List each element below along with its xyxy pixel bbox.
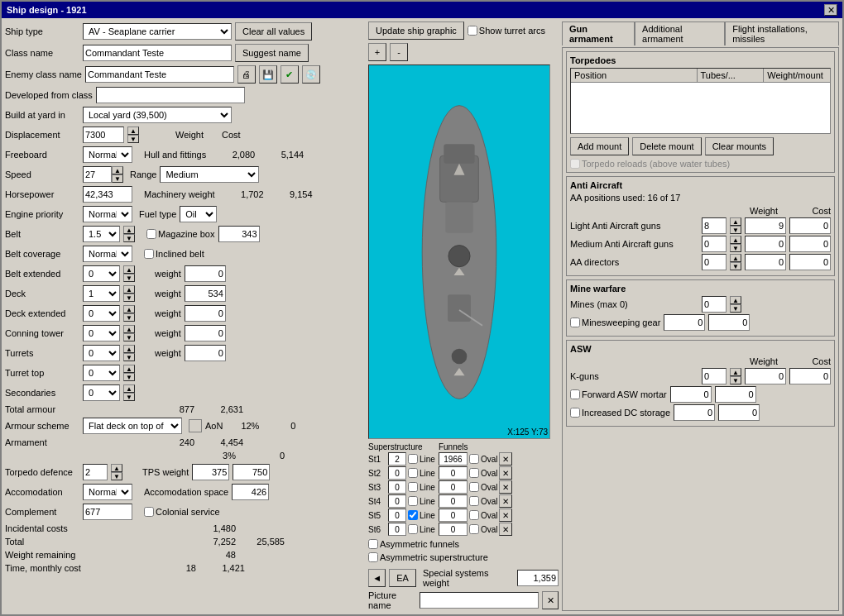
belt-coverage-select[interactable]: Normal: [83, 246, 132, 262]
funnel-oval-1[interactable]: [469, 468, 479, 478]
complement-label: Complement: [5, 507, 79, 517]
fuel-type-select[interactable]: Oil: [180, 206, 217, 222]
colonial-checkbox[interactable]: [144, 507, 154, 517]
funnel-oval-3[interactable]: [469, 496, 479, 506]
deck-select[interactable]: 1: [83, 285, 120, 302]
aa-directors-input[interactable]: [702, 254, 727, 270]
magazine-checkbox[interactable]: [146, 229, 156, 239]
turrets-select[interactable]: 0: [83, 345, 120, 361]
dc-storage-checkbox[interactable]: [570, 408, 580, 418]
inclined-belt-checkbox[interactable]: [144, 249, 154, 259]
light-aa-input[interactable]: [702, 217, 727, 234]
total-label: Total: [5, 537, 79, 547]
displacement-down[interactable]: ▼: [127, 135, 139, 143]
funnel-val-1[interactable]: [439, 466, 468, 480]
asymmetric-superstructure-checkbox[interactable]: [368, 552, 378, 562]
kguns-input[interactable]: [702, 368, 727, 384]
deck-extended-select[interactable]: 0: [83, 305, 120, 322]
close-button[interactable]: ✕: [824, 4, 837, 16]
funnel-x-4[interactable]: ✕: [499, 509, 512, 522]
class-name-input[interactable]: [83, 45, 232, 61]
funnel-x-1[interactable]: ✕: [499, 466, 512, 480]
st-val-1[interactable]: [388, 466, 406, 480]
secondaries-select[interactable]: 0: [83, 384, 120, 401]
tab-flight-installations[interactable]: Flight installations, missiles: [725, 21, 839, 45]
tab-additional-armament[interactable]: Additional armament: [635, 21, 725, 45]
belt-select[interactable]: 1.5: [83, 226, 120, 242]
aon-checkbox[interactable]: [189, 419, 202, 432]
suggest-name-button[interactable]: Suggest name: [235, 44, 309, 62]
picture-x-button[interactable]: ✕: [542, 591, 559, 609]
check-icon[interactable]: ✔: [281, 65, 299, 84]
turret-top-select[interactable]: 0: [83, 365, 120, 381]
st-check-1[interactable]: [408, 468, 418, 478]
displacement-input[interactable]: [83, 127, 124, 143]
speed-input[interactable]: [83, 166, 112, 183]
turret-minus-button[interactable]: -: [390, 43, 408, 61]
forward-mortar-checkbox[interactable]: [570, 389, 580, 399]
ship-graphic-display[interactable]: X:125 Y:73: [368, 64, 550, 439]
show-turret-checkbox[interactable]: [468, 26, 477, 36]
asymmetric-funnels-checkbox[interactable]: [368, 539, 378, 549]
funnel-val-2[interactable]: [439, 480, 468, 494]
funnel-oval-5[interactable]: [469, 524, 479, 534]
ea-button[interactable]: EA: [389, 569, 416, 587]
st-val-4[interactable]: [388, 509, 406, 522]
armour-scheme-select[interactable]: Flat deck on top of: [83, 418, 182, 434]
freeboard-select[interactable]: Normal: [83, 146, 132, 163]
ship-type-select[interactable]: AV - Seaplane carrier: [83, 23, 232, 40]
left-arrow-button[interactable]: ◄: [368, 569, 386, 587]
funnel-x-3[interactable]: ✕: [499, 494, 512, 508]
medium-aa-input[interactable]: [702, 236, 727, 252]
fuel-type-label: Fuel type: [139, 209, 176, 219]
st-row-st6: St6 Line: [368, 523, 435, 536]
print-icon[interactable]: 🖨: [237, 65, 256, 84]
developed-input[interactable]: [96, 87, 245, 103]
total-armour-weight: 877: [149, 404, 194, 414]
enemy-class-input[interactable]: [85, 66, 234, 83]
funnel-x-2[interactable]: ✕: [499, 480, 512, 494]
save-icon[interactable]: 💾: [259, 65, 277, 84]
funnel-oval-0[interactable]: [469, 454, 479, 464]
conning-select[interactable]: 0: [83, 325, 120, 341]
st-check-0[interactable]: [408, 454, 418, 464]
torpedo-defence-input[interactable]: [83, 464, 108, 480]
funnel-val-0[interactable]: [439, 452, 468, 466]
belt-extended-select[interactable]: 0: [83, 265, 120, 282]
displacement-spinner[interactable]: ▲ ▼: [127, 127, 139, 143]
tab-gun-armament[interactable]: Gun armament: [562, 21, 635, 45]
st-val-0[interactable]: [388, 452, 406, 466]
accommodation-select[interactable]: Normal: [83, 484, 132, 500]
turret-plus-button[interactable]: +: [368, 43, 386, 61]
range-select[interactable]: Medium: [160, 166, 259, 183]
minesweeping-checkbox[interactable]: [570, 318, 580, 327]
disk-icon[interactable]: 💿: [302, 65, 320, 84]
funnel-oval-4[interactable]: [469, 510, 479, 520]
st-check-5[interactable]: [408, 524, 418, 534]
belt-label: Belt: [5, 229, 79, 239]
funnel-val-4[interactable]: [439, 509, 468, 522]
funnel-val-3[interactable]: [439, 494, 468, 508]
clear-all-button[interactable]: Clear all values: [235, 22, 312, 41]
engine-select[interactable]: Normal: [83, 206, 132, 222]
speed-spinner[interactable]: ▲ ▼: [112, 166, 123, 183]
funnel-x-0[interactable]: ✕: [499, 452, 512, 466]
build-at-select[interactable]: Local yard (39,500): [83, 107, 232, 123]
displacement-up[interactable]: ▲: [127, 127, 139, 135]
mines-input[interactable]: [702, 296, 727, 313]
update-graphic-button[interactable]: Update ship graphic: [368, 21, 464, 40]
st-val-2[interactable]: [388, 480, 406, 494]
st-check-4[interactable]: [408, 510, 418, 520]
st-val-3[interactable]: [388, 494, 406, 508]
picture-name-input[interactable]: [420, 592, 539, 609]
add-mount-button[interactable]: Add mount: [570, 137, 629, 155]
st-val-5[interactable]: [388, 523, 406, 536]
delete-mount-button[interactable]: Delete mount: [632, 137, 701, 155]
funnel-val-5[interactable]: [439, 523, 468, 536]
st-check-3[interactable]: [408, 496, 418, 506]
funnel-x-5[interactable]: ✕: [499, 523, 512, 536]
st-check-2[interactable]: [408, 482, 418, 492]
aa-title: Anti Aircraft: [570, 180, 831, 190]
clear-mounts-button[interactable]: Clear mounts: [705, 137, 774, 155]
funnel-oval-2[interactable]: [469, 482, 479, 492]
